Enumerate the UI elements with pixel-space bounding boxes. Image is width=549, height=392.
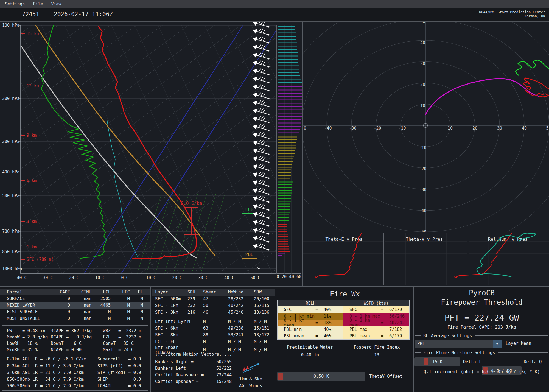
stat-midrh: MidRH = 35 % bbox=[7, 347, 51, 353]
menu-settings[interactable]: Settings bbox=[5, 2, 25, 7]
svg-text:6 km: 6 km bbox=[27, 178, 37, 183]
relh-header: RELH bbox=[278, 301, 343, 306]
skewt-chart: 8.0 C/km LCL PBL bbox=[0, 22, 302, 286]
svg-text:5: 5 bbox=[546, 126, 548, 131]
thetav-offset-label: ThetaV Offset bbox=[369, 374, 402, 379]
svg-text:300 hPa: 300 hPa bbox=[2, 139, 19, 144]
fire-plume-label: Fire Plume Moisture Settings bbox=[423, 350, 495, 355]
org-attribution: NOAA/NWS Storm Prediction Center Norman,… bbox=[479, 10, 545, 18]
pressure-lines bbox=[21, 25, 277, 269]
pyrocb-panel: PyroCB Firepower Threshold PFT = 227.24 … bbox=[414, 287, 549, 392]
svg-text:20 C: 20 C bbox=[172, 275, 182, 280]
firewx-table: RELH WSPD (kts) SFC=40% SFC=6/179 0 - 1 … bbox=[277, 300, 410, 340]
layer-panel: LayerSRHShearMnWindSRW SFC - 500m2394728… bbox=[152, 287, 275, 392]
panel-divider bbox=[413, 287, 414, 392]
pft-value: PFT = 227.24 GW bbox=[414, 313, 549, 323]
parcel-panel: Parcel CAPE CINH LCL LFC EL SURFACE0nan2… bbox=[0, 287, 150, 392]
layer-mean-dropdown[interactable]: PBL bbox=[415, 340, 493, 348]
svg-text:850 hPa: 850 hPa bbox=[2, 249, 19, 254]
height-mark-ticks bbox=[21, 34, 25, 259]
surface-wind-barb bbox=[257, 248, 261, 268]
svg-text:-30: -30 bbox=[349, 126, 356, 131]
delta-t-value: 15 K bbox=[432, 359, 442, 364]
barb-caption-1: 1km & 6km bbox=[237, 377, 264, 382]
layer-mean-label: Layer Mean bbox=[506, 341, 531, 346]
stat-wbz: WBZ = 2372 m bbox=[103, 328, 141, 334]
panel-divider bbox=[150, 287, 151, 392]
idx-stp5: STP5 (eff) = 0.0 bbox=[97, 363, 141, 369]
hodo-low-trace bbox=[523, 78, 549, 97]
svg-text:30: 30 bbox=[497, 126, 502, 131]
stat-meanw: MeanW = 2.8 g/kg bbox=[7, 334, 51, 340]
svg-text:15 km: 15 km bbox=[27, 31, 39, 36]
layer-header-row: LayerSRHShearMnWindSRW bbox=[152, 289, 275, 296]
smv-bunkers-right-label: Bunkers Right = bbox=[155, 359, 216, 364]
parcel-trace bbox=[35, 25, 215, 256]
svg-text:3 km: 3 km bbox=[27, 219, 37, 224]
delta-t-label: Delta T bbox=[463, 359, 481, 364]
svg-text:100 hPa: 100 hPa bbox=[2, 23, 19, 28]
svg-text:40: 40 bbox=[420, 40, 425, 45]
stat-downt: DownT = 6 C bbox=[51, 340, 103, 347]
hodograph-rings bbox=[303, 22, 549, 232]
chart-region: 8.0 C/km LCL PBL bbox=[0, 22, 549, 286]
wspd-header: WSPD (kts) bbox=[343, 301, 409, 306]
delta-q-label: Delta Q bbox=[524, 359, 542, 364]
smv-corfidi-down-label: Corfidi Downshear = bbox=[155, 373, 216, 377]
pw-value: 0.48 in bbox=[277, 352, 343, 357]
pbl-label: PBL bbox=[245, 252, 253, 257]
skewt-axes bbox=[21, 25, 301, 274]
lr-700-500: 700-500mb LR = 21 C / 7.9 C/km bbox=[7, 383, 97, 390]
layer-row-eff-shear: Eff Shear (EBWD)MM / MM / M bbox=[152, 345, 275, 352]
lr-3-6km: 3-6km AGL LR = 21 C / 7.0 C/km bbox=[7, 369, 97, 376]
svg-text:-30 C: -30 C bbox=[40, 275, 53, 280]
parcel-row-surface[interactable]: SURFACE0nan2505MM bbox=[0, 295, 150, 302]
svg-text:-50: -50 bbox=[419, 229, 426, 232]
skewt-zero-isotherms bbox=[84, 25, 280, 274]
firewx-row-sfc: SFC=40% SFC=6/179 bbox=[278, 306, 409, 313]
idx-supercell: Supercell = 0.0 bbox=[97, 356, 141, 363]
parcel-row-fcst-surface[interactable]: FCST SURFACE0nanMMM bbox=[0, 309, 150, 315]
lcl-label: LCL bbox=[245, 207, 253, 212]
slider-handle[interactable] bbox=[424, 358, 428, 365]
thetav-offset-value: 0.50 K bbox=[313, 374, 329, 379]
firewx-row-1km-mean: 0 - 1 km mean=18% 0 - 1 km mean=40/242 bbox=[278, 320, 409, 326]
temperature-trace bbox=[98, 26, 197, 259]
parcel-row-most-unstable[interactable]: MOST UNSTABLE0nanMMM bbox=[0, 315, 150, 322]
lr-850-500: 850-500mb LR = 34 C / 7.9 C/km bbox=[7, 376, 97, 383]
svg-text:SFC (789 m): SFC (789 m) bbox=[27, 257, 54, 262]
parcel-col-header: CAPE bbox=[52, 290, 70, 295]
fire-parcel-cape: Fire Parcel CAPE: 203 J/kg bbox=[414, 324, 549, 330]
lapse-rate-annotation: 8.0 C/km bbox=[181, 201, 202, 235]
dropdown-arrow-button[interactable]: ▼ bbox=[493, 340, 502, 348]
layer-row-sfc-3km: SFC - 3km2164645/24013/136 bbox=[152, 309, 275, 316]
menu-file[interactable]: File bbox=[33, 2, 43, 7]
menu-view[interactable]: View bbox=[51, 2, 61, 7]
parcel-row-mixed-layer[interactable]: MIXED LAYER0nan4465MM bbox=[0, 302, 150, 309]
delta-t-slider[interactable]: 15 K bbox=[414, 357, 460, 366]
lr-0-3km: 0-3km AGL LR = 11 C / 3.6 C/km bbox=[7, 363, 97, 369]
stat-convt: ConvT = 35 C bbox=[103, 340, 141, 347]
idx-ship: SHIP = 0.0 bbox=[97, 376, 141, 383]
parcel-stats: PW = 0.48 in3CAPE = 362 J/kgWBZ = 2372 m… bbox=[7, 328, 141, 353]
layer-row-sfc-6km: SFC - 6km6349/23815/151 bbox=[152, 325, 275, 332]
svg-text:50 C: 50 C bbox=[250, 275, 260, 280]
smv-corfidi-up-label: Corfidi Upshear = bbox=[155, 379, 216, 384]
sounding-datetime: 2026-02-17 11:06Z bbox=[54, 11, 113, 18]
svg-text:-10 C: -10 C bbox=[93, 275, 105, 280]
parcel-col-header: CINH bbox=[70, 290, 91, 295]
pbl-marker: PBL bbox=[242, 252, 257, 259]
bl-settings-label: BL Average Settings bbox=[423, 333, 472, 338]
panel-divider bbox=[276, 287, 276, 392]
slider-handle[interactable] bbox=[278, 373, 283, 380]
idx-stp-fixed: STP (fixed) = 0.0 bbox=[97, 369, 141, 376]
stat-dcape: DCAPE = 0 J/kg bbox=[51, 334, 103, 340]
menu-bar: Settings File View bbox=[0, 0, 549, 8]
thetav-offset-slider[interactable]: 0.50 K bbox=[277, 372, 365, 381]
divider bbox=[2, 390, 148, 391]
svg-text:Theta-V v Pres: Theta-V v Pres bbox=[406, 237, 443, 242]
divider bbox=[2, 325, 148, 326]
pressure-axis-labels: 100 hPa 200 hPa 300 hPa 400 hPa 500 hPa … bbox=[2, 23, 22, 271]
barb-caption-2: AGL Winds bbox=[237, 383, 264, 388]
svg-text:400 hPa: 400 hPa bbox=[2, 170, 19, 175]
